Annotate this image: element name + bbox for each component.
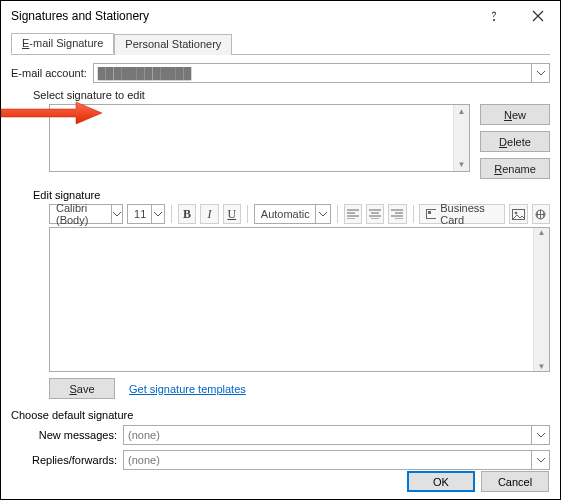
ok-button[interactable]: OK — [407, 471, 475, 492]
svg-rect-0 — [427, 210, 436, 219]
label-select-signature: Select signature to edit — [33, 89, 550, 101]
font-select[interactable]: Calibri (Body) — [49, 204, 123, 224]
delete-button[interactable]: Delete — [480, 131, 550, 152]
signature-editor[interactable]: ▲▼ — [49, 227, 550, 372]
label-email-account: E-mail account: — [11, 67, 87, 79]
business-card-button[interactable]: Business Card — [419, 204, 505, 224]
replies-select[interactable]: (none) — [123, 450, 550, 470]
color-value: Automatic — [255, 208, 315, 220]
save-button[interactable]: Save — [49, 378, 115, 399]
font-value: Calibri (Body) — [50, 202, 111, 226]
image-icon — [512, 209, 525, 220]
chevron-down-icon — [151, 205, 164, 223]
size-value: 11 — [128, 208, 151, 220]
chevron-down-icon — [111, 205, 122, 223]
separator — [247, 205, 248, 223]
signature-list[interactable]: ▲▼ — [49, 104, 470, 172]
rename-button[interactable]: Rename — [480, 158, 550, 179]
separator — [337, 205, 338, 223]
close-button[interactable] — [516, 1, 560, 31]
card-icon — [426, 209, 436, 219]
separator — [413, 205, 414, 223]
italic-button[interactable]: I — [200, 204, 218, 224]
chevron-down-icon — [315, 205, 330, 223]
window-title: Signatures and Stationery — [11, 9, 472, 23]
email-account-select[interactable]: ████████████ — [93, 63, 550, 83]
tab-personal-stationery[interactable]: Personal Stationery — [114, 34, 232, 55]
svg-point-3 — [515, 211, 518, 214]
chevron-down-icon — [531, 426, 549, 444]
label-choose-default: Choose default signature — [11, 409, 550, 421]
label-new-messages: New messages: — [17, 429, 123, 441]
scrollbar[interactable]: ▲▼ — [533, 228, 549, 371]
picture-button[interactable] — [509, 204, 527, 224]
color-select[interactable]: Automatic — [254, 204, 331, 224]
business-card-label: Business Card — [440, 202, 498, 226]
replies-value: (none) — [128, 454, 160, 466]
underline-button[interactable]: U — [223, 204, 241, 224]
chevron-down-icon — [531, 451, 549, 469]
bold-button[interactable]: B — [178, 204, 196, 224]
new-messages-select[interactable]: (none) — [123, 425, 550, 445]
separator — [171, 205, 172, 223]
size-select[interactable]: 11 — [127, 204, 165, 224]
scrollbar[interactable]: ▲▼ — [453, 105, 469, 171]
tab-label: E-mail Signature — [22, 37, 103, 49]
help-button[interactable] — [472, 1, 516, 31]
new-button[interactable]: New — [480, 104, 550, 125]
link-button[interactable] — [532, 204, 550, 224]
email-account-value: ████████████ — [98, 67, 192, 79]
align-right-button[interactable] — [388, 204, 406, 224]
label-replies: Replies/forwards: — [17, 454, 123, 466]
align-center-button[interactable] — [366, 204, 384, 224]
chevron-down-icon — [531, 64, 549, 82]
cancel-button[interactable]: Cancel — [481, 471, 549, 492]
templates-link[interactable]: Get signature templates — [129, 383, 246, 395]
label-edit-signature: Edit signature — [33, 189, 550, 201]
tab-label: Personal Stationery — [125, 38, 221, 50]
align-left-button[interactable] — [344, 204, 362, 224]
svg-rect-1 — [428, 211, 431, 214]
globe-icon — [534, 209, 547, 220]
new-messages-value: (none) — [128, 429, 160, 441]
tab-email-signature[interactable]: E-mail Signature — [11, 33, 114, 54]
